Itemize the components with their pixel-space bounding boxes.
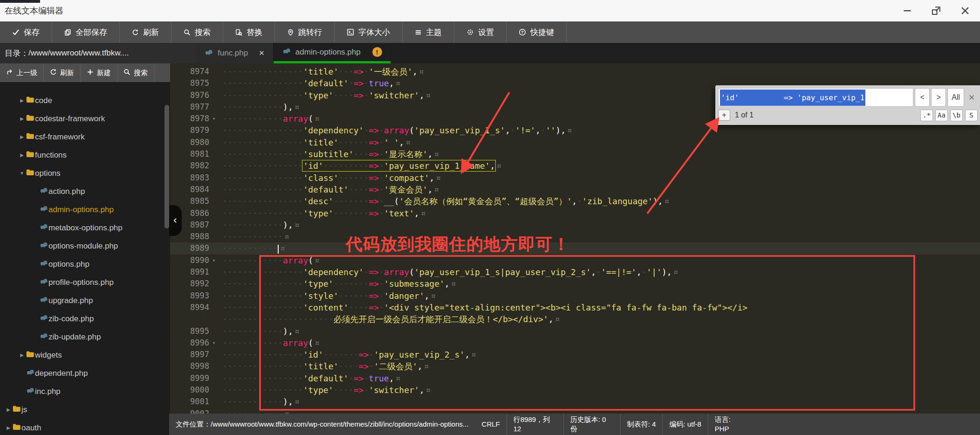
folder-collapsed-icon[interactable]: ▶ [18, 98, 26, 103]
fold-arrow-icon[interactable]: ▾ [209, 113, 219, 124]
fold-spacer [209, 137, 219, 148]
folder-collapsed-icon[interactable]: ▶ [18, 134, 26, 139]
explorer-new-button[interactable]: 新建 [81, 63, 117, 82]
maximize-button[interactable] [930, 4, 943, 17]
status-file-label: 文件位置： [176, 420, 211, 429]
toolbar-goto-line-label: 跳转行 [298, 27, 322, 38]
explorer-new-label: 新建 [97, 69, 111, 77]
toolbar-save-button[interactable]: 保存 [0, 21, 52, 43]
add-search-row-button[interactable]: + [718, 110, 730, 121]
toolbar-font-size-button[interactable]: 字体大小 [335, 21, 403, 43]
close-window-button[interactable] [959, 4, 972, 17]
main-toolbar: 保存全部保存刷新搜索替换跳转行字体大小主题设置?快捷键 [0, 21, 980, 43]
line-gutter: 8990▾ [170, 255, 222, 266]
folder-collapsed-icon[interactable]: ▶ [18, 116, 26, 121]
toolbar-goto-line-button[interactable]: 跳转行 [275, 21, 335, 43]
fold-arrow-icon[interactable]: ▾ [209, 255, 219, 266]
folder-collapsed-icon[interactable]: ▶ [18, 152, 26, 158]
toolbar-theme-button[interactable]: 主题 [403, 21, 454, 43]
toolbar-settings-button[interactable]: 设置 [454, 21, 507, 43]
line-content: ················'id'·······=>·'pay_user_… [222, 349, 476, 360]
toolbar-replace-button[interactable]: 替换 [223, 21, 275, 43]
toolbar-refresh-button[interactable]: 刷新 [120, 21, 171, 43]
tree-item-oauth[interactable]: ▶oauth [0, 419, 170, 435]
line-number: 8996 [170, 337, 209, 349]
tree-item-dependent.php[interactable]: dependent.php [0, 364, 170, 382]
eol-marker: ¤ [450, 279, 456, 289]
toolbar-save-all-button[interactable]: 全部保存 [52, 21, 120, 43]
tree-item-zib-code.php[interactable]: zib-code.php [0, 310, 170, 328]
explorer-refresh-button[interactable]: 刷新 [44, 63, 81, 82]
line-number: 8977 [170, 101, 209, 113]
folder-collapsed-icon[interactable]: ▶ [5, 425, 12, 430]
sidebar-scrollbar-thumb[interactable] [164, 105, 169, 228]
search-query-selected: 'id' => 'pay_user_vip_1 [720, 90, 865, 106]
line-content: ················'default'·=>·true,¤ [222, 77, 400, 89]
line-number: 9002 [170, 408, 209, 414]
search-toggle-S[interactable]: S [965, 110, 978, 121]
tree-item-js[interactable]: ▶js [0, 400, 170, 419]
line-gutter [170, 313, 222, 325]
find-previous-button[interactable]: < [915, 88, 930, 107]
php-file-icon [26, 368, 35, 378]
line-gutter: 8980 [170, 137, 222, 148]
eol-marker: ¤ [293, 102, 300, 112]
folder-collapsed-icon[interactable]: ▶ [18, 352, 26, 358]
tree-item-metabox-options.php[interactable]: metabox-options.php [0, 219, 170, 237]
explorer-search-button[interactable]: 搜索 [117, 63, 154, 82]
search-toggle-\b[interactable]: \b [950, 110, 963, 121]
line-content: ················'type'····=>·'switcher',… [222, 384, 431, 396]
toolbar-search-button[interactable]: 搜索 [171, 21, 223, 43]
close-search-button[interactable]: ✕ [966, 88, 978, 107]
tab-close-icon[interactable]: ✕ [259, 49, 265, 57]
tree-item-options.php[interactable]: options.php [0, 255, 170, 273]
line-gutter: 8998 [170, 360, 222, 372]
tab-admin-options.php[interactable]: admin-options.php! [274, 43, 391, 63]
tree-item-options[interactable]: ▼options [0, 164, 170, 182]
find-next-button[interactable]: > [931, 88, 946, 107]
line-number: 8992 [170, 278, 209, 290]
tree-item-zib-update.php[interactable]: zib-update.php [0, 328, 170, 346]
tree-item-label: metabox-options.php [48, 223, 123, 233]
tree-item-action.php[interactable]: action.php [0, 182, 170, 200]
tree-item-codestar-framework[interactable]: ▶codestar-framework [0, 110, 170, 128]
tab-bar: func.php✕admin-options.php! [196, 43, 391, 63]
folder-collapsed-icon[interactable]: ▶ [5, 407, 12, 412]
tree-item-admin-options.php[interactable]: admin-options.php [0, 200, 170, 219]
code-line-8984: 8984················'default'····=>·'黄金会… [170, 184, 980, 195]
tree-item-csf-framework[interactable]: ▶csf-framework [0, 128, 170, 146]
line-content: ················'style'······=>·'danger'… [222, 290, 436, 302]
tree-item-widgets[interactable]: ▶widgets [0, 346, 170, 364]
toolbar-shortcuts-button[interactable]: ?快捷键 [507, 21, 567, 43]
search-icon [123, 69, 130, 77]
search-input[interactable]: 'id' => 'pay_user_vip_1 [718, 88, 913, 107]
search-toggle-Aa[interactable]: Aa [935, 110, 948, 121]
explorer-up-level-button[interactable]: 上一级 [0, 63, 44, 82]
line-number: 8990 [170, 255, 209, 266]
search-toggle-.*[interactable]: .* [920, 110, 933, 121]
minimize-button[interactable] [901, 4, 914, 17]
line-number: 8980 [170, 137, 209, 148]
fold-arrow-icon[interactable]: ▾ [209, 337, 219, 349]
tab-func.php[interactable]: func.php✕ [196, 43, 274, 63]
app-window: 在线文本编辑器 保存全部保存刷新搜索替换跳转行字体大小主题设置?快捷键 目录：/… [0, 0, 980, 435]
tree-item-upgrade.php[interactable]: upgrade.php [0, 291, 170, 310]
tree-item-functions[interactable]: ▶functions [0, 146, 170, 164]
eol-marker: ¤ [470, 350, 476, 359]
tree-item-options-module.php[interactable]: options-module.php [0, 237, 170, 255]
tree-item-inc.php[interactable]: inc.php [0, 382, 170, 400]
php-file-icon [39, 223, 48, 233]
theme-icon [415, 29, 422, 36]
sidebar-collapse-handle[interactable] [169, 205, 182, 236]
tree-item-code[interactable]: ▶code [0, 91, 170, 110]
folder-icon [12, 423, 21, 433]
eol-marker: ¤ [283, 409, 289, 414]
eol-marker: ¤ [313, 114, 320, 124]
tree-item-label: functions [35, 151, 67, 160]
code-line-8992: 8992················'type'·······=>·'sub… [170, 278, 980, 290]
tree-item-profile-options.php[interactable]: profile-options.php [0, 273, 170, 291]
line-content: ················'title'····=>·'二级会员',¤ [222, 360, 429, 372]
find-all-button[interactable]: All [947, 88, 964, 107]
code-line-8986: 8986················'type'·······=>·'tex… [170, 207, 980, 219]
folder-expanded-icon[interactable]: ▼ [18, 171, 26, 176]
